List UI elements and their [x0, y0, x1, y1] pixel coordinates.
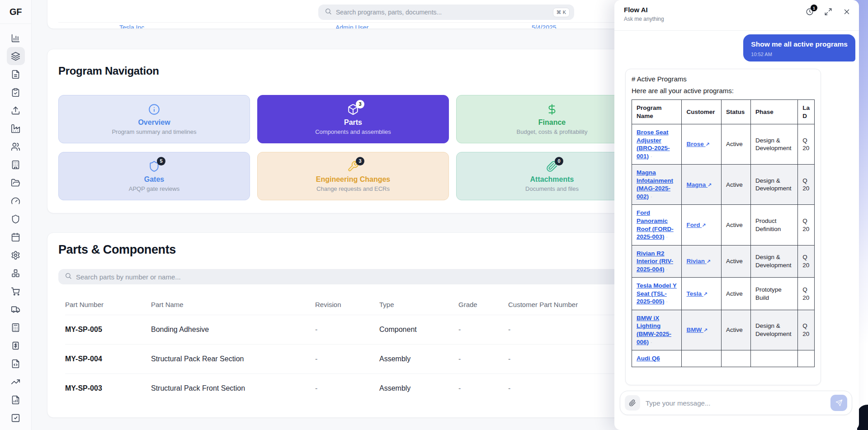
column-header: Grade	[458, 296, 508, 315]
program-link[interactable]: Audi Q6	[637, 355, 660, 362]
history-badge: 1	[811, 5, 817, 11]
program-link[interactable]: BMW iX Lighting (BMW-2025-006)	[637, 315, 671, 345]
grade-cell: -	[458, 345, 508, 374]
nav-card-label: Engineering Changes	[316, 175, 390, 184]
check-square-icon[interactable]	[7, 409, 25, 427]
customer-link[interactable]: Magna ↗	[686, 181, 712, 188]
user-message-time: 10:52 AM	[751, 52, 848, 57]
partial-row-link[interactable]: Tesla Inc	[119, 24, 144, 29]
column-header: Customer	[682, 100, 722, 124]
program-link[interactable]: Ford Panoramic Roof (FORD-2025-003)	[637, 209, 674, 240]
info-icon	[148, 104, 160, 115]
search-icon	[65, 272, 72, 281]
nav-card-sublabel: Change requests and ECRs	[316, 185, 390, 192]
customer-cell: Rivian ↗	[682, 245, 722, 278]
keyboard-shortcut-chip: ⌘ K	[553, 8, 570, 17]
status-cell: Active	[722, 165, 751, 205]
attachment-paperclip-button[interactable]	[625, 395, 640, 411]
folder-open-icon[interactable]	[7, 174, 25, 192]
grade-cell: -	[458, 315, 508, 345]
launch-cell: Q 20	[798, 165, 815, 205]
program-navigation-grid: Overview Program summary and timelines 3…	[58, 95, 648, 200]
history-clock-icon[interactable]: 1	[806, 8, 815, 17]
customer-link[interactable]: Ford ↗	[686, 222, 706, 228]
shopping-cart-icon[interactable]	[7, 282, 25, 300]
revision-cell: -	[315, 315, 379, 345]
count-badge: 3	[356, 157, 364, 165]
program-link[interactable]: Magna Infotainment (MAG-2025-002)	[637, 169, 673, 200]
clipboard-check-icon[interactable]	[7, 83, 25, 101]
nav-card-sublabel: Program summary and timelines	[112, 128, 196, 135]
nav-card-overview[interactable]: Overview Program summary and timelines	[58, 95, 250, 143]
bar-chart-icon[interactable]	[7, 29, 25, 47]
upload-icon[interactable]	[7, 101, 25, 119]
nav-card-sublabel: Components and assemblies	[315, 128, 391, 135]
global-search: ⌘ K	[318, 5, 574, 20]
launch-cell: Q 20	[798, 245, 815, 278]
layers-icon[interactable]	[7, 47, 25, 65]
customer-link[interactable]: Brose ↗	[686, 141, 709, 147]
chat-message-input[interactable]	[646, 399, 830, 407]
active-programs-table: Program NameCustomerStatusPhaseLa D Bros…	[632, 99, 815, 367]
nav-card-sublabel: Budget, costs & profitability	[517, 128, 588, 135]
truck-icon[interactable]	[7, 300, 25, 318]
shield-icon: 5	[148, 161, 160, 172]
nav-card-parts[interactable]: 3 Parts Components and assemblies	[257, 95, 449, 143]
shield-icon[interactable]	[7, 210, 25, 228]
partial-row-link[interactable]: 5/4/2025	[532, 24, 557, 29]
app-window: GF Tesla IncAdmin User5/4/2025 ⌘ K Progr…	[0, 0, 868, 430]
user-message-bubble: Show me all active programs 10:52 AM	[743, 34, 855, 61]
status-cell: Active	[722, 205, 751, 245]
nav-card-sublabel: APQP gate reviews	[129, 185, 179, 192]
nav-card-label: Gates	[144, 175, 164, 184]
users-icon[interactable]	[7, 137, 25, 156]
nav-card-gates[interactable]: 5 Gates APQP gate reviews	[58, 152, 250, 200]
settings-icon[interactable]	[7, 246, 25, 264]
column-header: Part Number	[65, 296, 151, 315]
nav-card-engineering-changes[interactable]: 3 Engineering Changes Change requests an…	[257, 152, 449, 200]
file-text-icon[interactable]	[7, 65, 25, 83]
factory-icon[interactable]	[7, 119, 25, 137]
customer-link[interactable]: Rivian ↗	[686, 258, 710, 265]
partial-row-link[interactable]: Admin User	[335, 24, 368, 29]
boxes-icon[interactable]	[7, 264, 25, 282]
gauge-icon[interactable]	[7, 192, 25, 210]
revision-cell: -	[315, 374, 379, 403]
part-name-cell: Bonding Adhesive	[151, 315, 315, 345]
calendar-icon[interactable]	[7, 228, 25, 246]
send-button[interactable]	[830, 395, 847, 411]
receipt-icon[interactable]	[7, 336, 25, 354]
status-cell: Active	[722, 310, 751, 350]
flow-ai-actions: 1	[806, 8, 852, 17]
user-message-text: Show me all active programs	[751, 40, 848, 48]
dollar-icon	[546, 104, 558, 115]
trending-up-icon[interactable]	[7, 373, 25, 391]
type-cell: Assembly	[379, 374, 458, 403]
phase-cell: Product Definition	[750, 205, 797, 245]
program-link[interactable]: Brose Seat Adjuster (BRO-2025-001)	[637, 129, 670, 160]
customer-link[interactable]: BMW ↗	[686, 326, 708, 333]
file-chart-icon[interactable]	[7, 391, 25, 409]
expand-icon[interactable]	[824, 8, 833, 17]
nav-card-label: Overview	[138, 118, 170, 127]
program-row: Tesla Model Y Seat (TSL-2025-005)· Tesla…	[632, 278, 815, 310]
program-name-cell: Audi Q6	[632, 350, 682, 367]
part-number-cell: MY-SP-004	[65, 345, 151, 374]
customer-cell: Magna ↗	[682, 165, 722, 205]
global-search-input[interactable]	[336, 9, 553, 16]
building-icon[interactable]	[7, 156, 25, 174]
column-header: Status	[722, 100, 751, 124]
grade-cell: -	[458, 374, 508, 403]
program-link[interactable]: Tesla Model Y Seat (TSL-2025-005)	[637, 282, 677, 305]
program-row: Audi Q6	[632, 350, 815, 367]
calculator-icon[interactable]	[7, 318, 25, 336]
launch-cell: Q 20	[798, 278, 815, 310]
chat-messages: Show me all active programs 10:52 AM # A…	[614, 31, 859, 387]
close-icon[interactable]	[843, 8, 852, 17]
file-code-icon[interactable]	[7, 354, 25, 373]
response-heading: # Active Programs	[632, 75, 815, 83]
part-number-cell: MY-SP-005	[65, 315, 151, 345]
customer-link[interactable]: Tesla ↗	[686, 290, 708, 297]
flow-ai-subtitle: Ask me anything	[624, 16, 851, 22]
part-name-cell: Structural Pack Rear Section	[151, 345, 315, 374]
